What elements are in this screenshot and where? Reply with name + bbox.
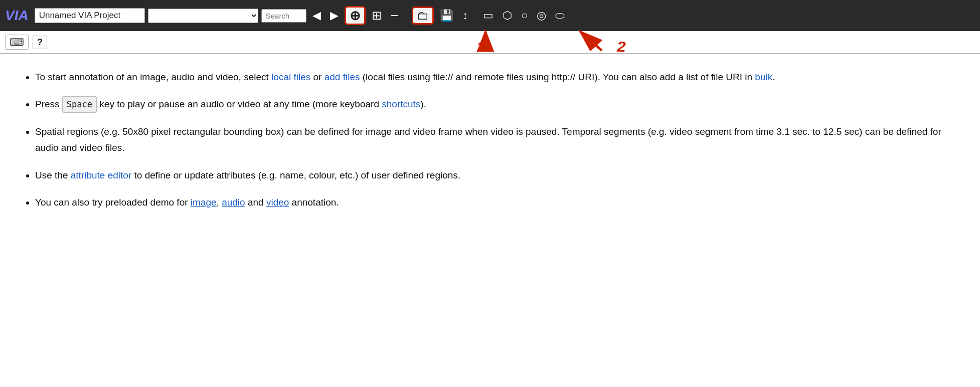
open-file-button[interactable]: 🗀 — [412, 7, 434, 25]
bullet5-pre: You can also try preloaded demo for — [35, 197, 191, 208]
bullet1-end: . — [772, 72, 775, 82]
help-icon: ? — [37, 37, 43, 47]
chevron-right-icon: ▶ — [330, 10, 339, 21]
bullet4-post: to define or update attributes (e.g. nam… — [131, 170, 460, 180]
rect-tool-button[interactable]: ▭ — [480, 8, 497, 23]
circle-icon: ○ — [521, 10, 528, 21]
bullet5-post: annotation. — [289, 197, 339, 208]
via-logo: VIA — [5, 8, 29, 24]
demo-image-link[interactable]: image — [191, 197, 217, 208]
chevron-left-icon: ◀ — [312, 10, 321, 21]
bullet1-mid2: (local files using file:// and remote fi… — [360, 72, 755, 82]
bullet5-mid1: , — [217, 197, 222, 208]
bullet-3: Spatial regions (e.g. 50x80 pixel rectan… — [35, 124, 960, 156]
save-file-button[interactable]: 💾 — [437, 8, 456, 23]
bullet-2: Press Space key to play or pause an audi… — [35, 96, 960, 113]
polygon-tool-button[interactable]: ⬡ — [500, 8, 515, 23]
space-key: Space — [62, 96, 97, 113]
bullet2-pre: Press — [35, 99, 62, 109]
ellipse-icon: ⬭ — [555, 10, 565, 21]
bulk-link[interactable]: bulk — [755, 72, 772, 82]
remove-region-button[interactable]: − — [388, 7, 402, 25]
help-button[interactable]: ? — [33, 36, 47, 49]
demo-video-link[interactable]: video — [266, 197, 289, 208]
bullet4-pre: Use the — [35, 170, 71, 180]
rectangle-icon: ▭ — [483, 10, 494, 21]
attribute-editor-link[interactable]: attribute editor — [71, 170, 131, 180]
ellipse-tool-button[interactable]: ⬭ — [552, 8, 568, 23]
main-toolbar: VIA ◀ ▶ ⊕ ⊞ − 🗀 — [0, 0, 980, 31]
save-icon: 💾 — [440, 10, 453, 21]
bullet-1: To start annotation of an image, audio a… — [35, 69, 960, 85]
add-files-link[interactable]: add files — [324, 72, 360, 82]
local-files-link[interactable]: local files — [271, 72, 310, 82]
plus-circle-icon: ⊕ — [350, 9, 361, 22]
add-group-region-button[interactable]: ⊞ — [369, 8, 385, 24]
circle-tool-button[interactable]: ○ — [518, 8, 531, 23]
polygon-icon: ⬡ — [503, 10, 512, 21]
file-dropdown[interactable] — [148, 9, 258, 23]
bullet3-text: Spatial regions (e.g. 50x80 pixel rectan… — [35, 126, 941, 153]
keyboard-shortcuts-button[interactable]: ⌨ — [5, 35, 29, 50]
minus-icon: − — [391, 9, 399, 23]
sort-icon: ↕ — [462, 10, 468, 21]
search-input[interactable] — [261, 9, 306, 23]
point-icon: ◎ — [537, 10, 546, 21]
bullet2-end: ). — [420, 99, 426, 109]
bullet-5: You can also try preloaded demo for imag… — [35, 195, 960, 211]
keyboard-icon: ⌨ — [10, 37, 24, 48]
project-name-input[interactable] — [35, 8, 145, 23]
add-region-button[interactable]: ⊕ — [345, 6, 366, 25]
bullet1-text: To start annotation of an image, audio a… — [35, 72, 271, 82]
point-tool-button[interactable]: ◎ — [534, 8, 549, 23]
main-content: To start annotation of an image, audio a… — [0, 54, 980, 237]
add-group-icon: ⊞ — [372, 10, 382, 22]
bullet-4: Use the attribute editor to define or up… — [35, 167, 960, 183]
bullet5-mid2: and — [245, 197, 266, 208]
nav-prev-button[interactable]: ◀ — [309, 8, 324, 23]
secondary-toolbar: ⌨ ? — [0, 31, 980, 54]
sort-button[interactable]: ↕ — [459, 8, 471, 23]
shortcuts-link[interactable]: shortcuts — [382, 99, 420, 109]
bullet1-mid1: or — [310, 72, 324, 82]
folder-icon: 🗀 — [417, 10, 429, 22]
bullet2-post: key to play or pause an audio or video a… — [97, 99, 382, 109]
instruction-list: To start annotation of an image, audio a… — [20, 69, 960, 211]
nav-next-button[interactable]: ▶ — [327, 8, 342, 23]
demo-audio-link[interactable]: audio — [222, 197, 245, 208]
